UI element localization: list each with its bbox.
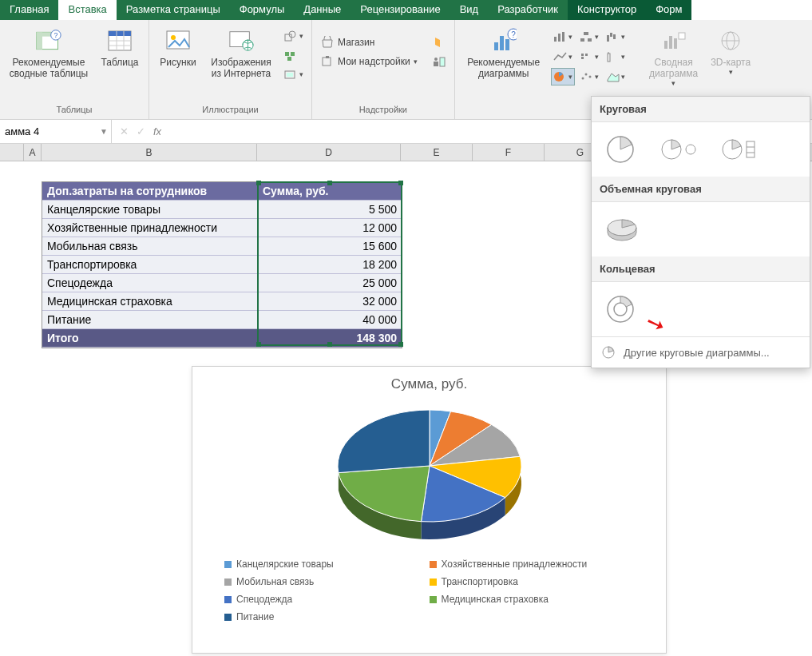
surface-chart-button[interactable]: ▾ (604, 68, 628, 85)
table-footer-name[interactable]: Итого (42, 329, 258, 348)
waterfall-chart-button[interactable]: ▾ (604, 28, 628, 46)
pivot-chart-label: Сводная диаграмма (642, 57, 706, 79)
table-row-value[interactable]: 12 000 (258, 219, 402, 237)
scatter-chart-button[interactable]: ▾ (577, 68, 601, 85)
table-row-value[interactable]: 5 500 (258, 201, 402, 219)
store-icon (320, 36, 335, 49)
table-row-name[interactable]: Канцелярские товары (42, 201, 258, 219)
group-addins-label: Надстройки (359, 103, 407, 117)
col-E[interactable]: E (401, 144, 473, 161)
bar-of-pie-option[interactable] (721, 133, 758, 165)
legend-item: Питание (224, 608, 430, 626)
enter-icon[interactable]: ✓ (137, 125, 145, 137)
svg-rect-15 (285, 34, 291, 41)
line-chart-button[interactable]: ▾ (551, 48, 575, 66)
table-row-name[interactable]: Питание (42, 311, 258, 329)
hierarchy-chart-button[interactable]: ▾ (577, 28, 601, 46)
col-F[interactable]: F (473, 144, 545, 161)
tab-design[interactable]: Конструктор (568, 0, 646, 20)
bing-maps-button[interactable] (429, 34, 450, 50)
map3d-button[interactable]: 3D-карта ▾ (709, 23, 753, 76)
col-A[interactable]: A (24, 144, 42, 161)
table-row-name[interactable]: Спецодежда (42, 274, 258, 292)
more-pie-charts[interactable]: Другие круговые диаграммы... (592, 336, 810, 368)
screenshot-button[interactable]: ▾ (280, 66, 307, 82)
table-row-name[interactable]: Медицинская страховка (42, 292, 258, 311)
svg-text:?: ? (511, 30, 516, 39)
table-row-name[interactable]: Мобильная связь (42, 237, 258, 256)
recommended-charts-label: Рекомендуемые диаграммы (460, 57, 548, 79)
tab-home[interactable]: Главная (0, 0, 58, 20)
table-button[interactable]: Таблица (96, 23, 144, 68)
svg-rect-21 (287, 73, 293, 77)
table-row-value[interactable]: 15 600 (258, 237, 402, 256)
svg-rect-34 (562, 32, 564, 42)
svg-rect-38 (607, 35, 609, 42)
svg-rect-17 (285, 52, 289, 56)
pie-3d-option[interactable] (604, 213, 640, 245)
pictures-button[interactable]: Рисунки (154, 23, 202, 68)
table-row-value[interactable]: 25 000 (258, 274, 402, 292)
legend-item: Транспортировка (430, 573, 635, 590)
svg-point-12 (171, 35, 176, 40)
table-header-name[interactable]: Доп.затраты на сотрудников (42, 182, 258, 201)
svg-rect-37 (588, 38, 592, 42)
recommended-charts-icon: ? (491, 28, 517, 54)
table-row-value[interactable]: 18 200 (258, 256, 402, 274)
picture-icon (165, 28, 191, 54)
svg-rect-2 (37, 32, 42, 49)
more-pie-label: Другие круговые диаграммы... (624, 347, 770, 359)
svg-rect-33 (558, 34, 560, 42)
smartart-button[interactable] (280, 47, 307, 63)
select-all-corner[interactable] (0, 144, 24, 161)
table-row-value[interactable]: 32 000 (258, 292, 402, 311)
bar-chart-button[interactable]: ▾ (551, 28, 575, 46)
chart-legend: Канцелярские товарыХозяйственные принадл… (192, 547, 666, 634)
globe-icon (718, 28, 743, 54)
recommended-charts-button[interactable]: ? Рекомендуемые диаграммы (460, 23, 548, 79)
tab-page-layout[interactable]: Разметка страницы (117, 0, 230, 20)
svg-rect-28 (500, 36, 504, 50)
cancel-icon[interactable]: ✕ (120, 125, 129, 137)
tab-data[interactable]: Данные (294, 0, 351, 20)
tab-insert[interactable]: Вставка (58, 0, 116, 20)
store-button[interactable]: Магазин (317, 34, 421, 50)
svg-rect-18 (291, 52, 295, 56)
table-footer-value[interactable]: 148 300 (258, 329, 402, 348)
name-box[interactable]: амма 4 ▼ (0, 120, 112, 143)
table-row-value[interactable]: 40 000 (258, 311, 402, 329)
tab-review[interactable]: Рецензирование (351, 0, 450, 20)
group-tables: ? Рекомендуемые сводные таблицы Таблица … (0, 20, 149, 119)
my-addins-button[interactable]: Мои надстройки ▾ (317, 54, 421, 70)
recommended-pivot-label: Рекомендуемые сводные таблицы (5, 57, 93, 79)
doughnut-option[interactable] (604, 293, 636, 325)
svg-point-49 (589, 76, 592, 78)
statistic-chart-button[interactable]: ▾ (604, 48, 628, 66)
pivot-chart-button[interactable]: Сводная диаграмма ▾ (642, 23, 706, 87)
tab-view[interactable]: Вид (450, 0, 489, 20)
table-header-value[interactable]: Сумма, руб. (258, 182, 402, 201)
recommended-pivot-button[interactable]: ? Рекомендуемые сводные таблицы (5, 23, 93, 79)
pie-of-pie-option[interactable] (660, 133, 697, 165)
col-D[interactable]: D (257, 144, 401, 161)
tab-developer[interactable]: Разработчик (488, 0, 568, 20)
col-chart-button[interactable]: ▾ (577, 48, 601, 66)
shapes-button[interactable]: ▾ (280, 28, 307, 44)
tab-formulas[interactable]: Формулы (230, 0, 295, 20)
pie-chart-button[interactable]: ▾ (551, 68, 575, 85)
name-box-dropdown-icon[interactable]: ▼ (100, 127, 108, 136)
pie-2d-option[interactable] (604, 133, 636, 165)
svg-rect-51 (664, 41, 667, 49)
table-row-name[interactable]: Хозяйственные принадлежности (42, 219, 258, 237)
fx-icon[interactable]: fx (153, 125, 161, 137)
chart-preview[interactable]: Сумма, руб. Канцелярские товарыХозяйстве… (192, 366, 667, 654)
table-row-name[interactable]: Транспортировка (42, 256, 258, 274)
svg-marker-50 (608, 74, 619, 82)
svg-rect-44 (608, 54, 610, 62)
legend-item: Хозяйственные принадлежности (430, 555, 635, 573)
col-B[interactable]: B (42, 144, 257, 161)
map3d-label: 3D-карта (711, 57, 751, 68)
people-graph-button[interactable] (429, 54, 450, 70)
online-pictures-button[interactable]: Изображения из Интернета (205, 23, 277, 79)
tab-format[interactable]: Форм (646, 0, 691, 20)
